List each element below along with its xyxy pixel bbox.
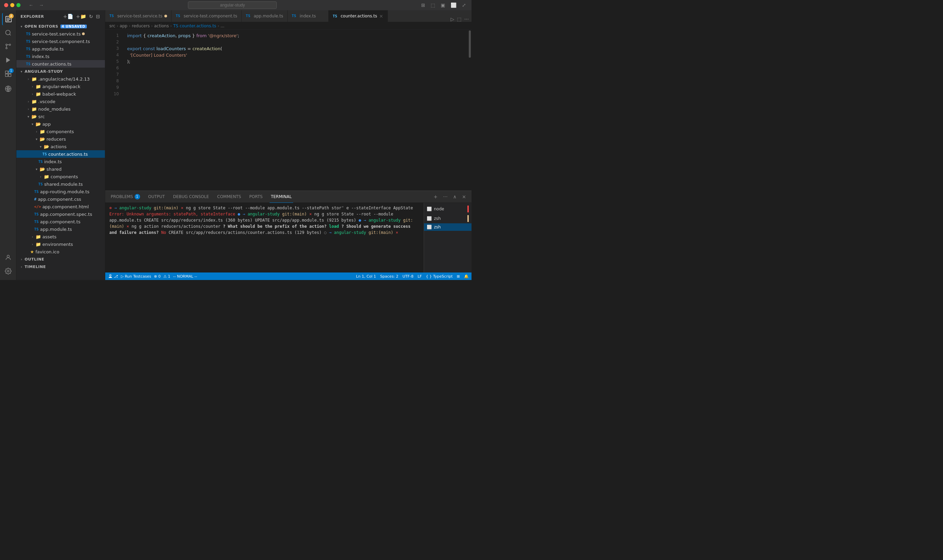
debug-activity-icon[interactable] — [2, 54, 14, 66]
tree-counter-actions[interactable]: TS counter.actions.ts — [16, 150, 105, 158]
new-folder-icon[interactable]: +📁 — [76, 13, 87, 20]
tab-close-icon[interactable]: × — [379, 13, 383, 19]
breadcrumb-app[interactable]: app — [120, 23, 128, 28]
remote-explorer-status[interactable]: ⊞ — [457, 274, 460, 278]
tree-app[interactable]: ▾ 📂 app — [16, 120, 105, 128]
tree-babel-webpack[interactable]: › 📁 babel-webpack — [16, 90, 105, 98]
open-editor-counter-actions[interactable]: TS counter.actions.ts — [16, 60, 105, 68]
refresh-icon[interactable]: ↻ — [88, 13, 94, 20]
tab-counter-actions[interactable]: TS counter.actions.ts × — [329, 10, 388, 22]
tree-app-component-ts[interactable]: TS app.component.ts — [16, 218, 105, 225]
tree-src[interactable]: ▾ 📂 src — [16, 113, 105, 120]
tree-app-routing[interactable]: TS app-routing.module.ts — [16, 188, 105, 195]
tree-assets[interactable]: › 📁 assets — [16, 233, 105, 240]
maximize-button[interactable] — [16, 3, 20, 7]
accounts-activity-icon[interactable] — [2, 251, 14, 264]
collapse-all-icon[interactable]: ⊟ — [96, 13, 101, 20]
terminal-more-icon[interactable]: ··· — [442, 193, 449, 200]
tab-index[interactable]: TS index.ts — [288, 10, 329, 22]
layout-icon[interactable]: ⬚ — [430, 2, 437, 9]
project-header[interactable]: ▾ ANGULAR-STUDY — [16, 68, 105, 75]
settings-activity-icon[interactable] — [2, 265, 14, 277]
explorer-activity-icon[interactable]: 4 — [2, 13, 14, 25]
panel-toggle-icon[interactable]: ⬜ — [449, 2, 458, 9]
search-input[interactable] — [188, 2, 277, 9]
open-editor-service-test-component[interactable]: TS service-test.component.ts — [16, 38, 105, 45]
errors-status[interactable]: ⊗ 0 — [154, 274, 160, 278]
ports-tab[interactable]: PORTS — [248, 191, 264, 203]
tree-actions[interactable]: ▾ 📂 actions — [16, 143, 105, 150]
tree-app-html[interactable]: </> app.component.html — [16, 203, 105, 210]
timeline-header[interactable]: › TIMELINE — [16, 263, 105, 271]
spaces-status[interactable]: Spaces: 2 — [380, 274, 398, 278]
line-ending-status[interactable]: LF — [418, 274, 422, 278]
remote-activity-icon[interactable] — [2, 83, 14, 95]
tree-angular-cache[interactable]: › 📁 .angular/cache/14.2.13 — [16, 75, 105, 83]
source-control-activity-icon[interactable] — [2, 40, 14, 52]
breadcrumb-src[interactable]: src — [109, 23, 116, 28]
tree-shared-components[interactable]: › 📁 components — [16, 173, 105, 180]
open-editor-index[interactable]: TS index.ts — [16, 52, 105, 60]
maximize-panel-icon[interactable]: ∧ — [452, 193, 458, 200]
add-terminal-icon[interactable]: + — [432, 193, 439, 200]
close-panel-icon[interactable]: × — [461, 193, 467, 200]
debug-console-tab[interactable]: DEBUG CONSOLE — [171, 191, 210, 203]
split-editor-icon[interactable]: ⬚ — [457, 16, 461, 22]
tree-angular-webpack[interactable]: › 📁 angular-webpack — [16, 83, 105, 90]
cursor-position-status[interactable]: Ln 1, Col 1 — [356, 274, 376, 278]
fullscreen-icon[interactable]: ⤢ — [461, 2, 467, 9]
terminal-session-zsh-2[interactable]: ⬜ zsh — [424, 223, 471, 231]
language-status[interactable]: { } TypeScript — [426, 274, 453, 278]
tree-vscode[interactable]: › 📁 .vscode — [16, 98, 105, 105]
run-icon[interactable]: ▷ — [451, 16, 455, 22]
breadcrumb-reducers[interactable]: reducers — [132, 23, 149, 28]
encoding-status[interactable]: UTF-8 — [402, 274, 413, 278]
breadcrumb-file[interactable]: TS counter.actions.ts — [173, 23, 216, 28]
forward-button[interactable]: → — [38, 2, 45, 9]
minimize-button[interactable] — [10, 3, 14, 7]
terminal-output[interactable]: ⊗ → angular-study git:(main) × ng g stor… — [105, 203, 424, 272]
tree-favicon[interactable]: ★ favicon.ico — [16, 248, 105, 255]
run-testcases-button[interactable]: ▷ Run Testcases — [121, 274, 151, 278]
open-editor-app-module[interactable]: TS app.module.ts — [16, 45, 105, 52]
tab-service-test-service[interactable]: TS service-test.service.ts — [105, 10, 171, 22]
output-tab[interactable]: OUTPUT — [147, 191, 166, 203]
back-button[interactable]: ← — [27, 2, 35, 9]
breadcrumb-more[interactable]: ... — [220, 23, 224, 28]
tree-app-spec[interactable]: TS app.component.spec.ts — [16, 210, 105, 218]
extensions-manage-icon[interactable]: ⊞ — [420, 2, 427, 9]
terminal-session-node[interactable]: ⬜ node — [424, 204, 471, 214]
tree-shared[interactable]: ▾ 📂 shared — [16, 165, 105, 173]
breadcrumb-actions[interactable]: actions — [154, 23, 169, 28]
notifications-status[interactable]: 🔔 — [464, 274, 469, 278]
open-editors-header[interactable]: ▾ OPEN EDITORS 4 unsaved — [16, 23, 105, 30]
tab-service-test-component[interactable]: TS service-test.component.ts — [171, 10, 242, 22]
editor-scrollbar[interactable] — [468, 30, 471, 191]
problems-tab[interactable]: PROBLEMS 1 — [109, 191, 142, 203]
outline-header[interactable]: › OUTLINE — [16, 255, 105, 263]
open-editor-service-test-service[interactable]: TS service-test.service.ts — [16, 30, 105, 38]
search-activity-icon[interactable] — [2, 27, 14, 39]
close-button[interactable] — [4, 3, 8, 7]
scrollbar-thumb[interactable] — [469, 31, 471, 58]
tree-node-modules[interactable]: › 📁 node_modules — [16, 105, 105, 113]
warnings-status[interactable]: ⚠ 1 — [163, 274, 170, 278]
new-file-icon[interactable]: +📄 — [63, 13, 74, 20]
tree-components[interactable]: › 📁 components — [16, 128, 105, 135]
tree-app-module-ts[interactable]: TS app.module.ts — [16, 225, 105, 233]
tab-app-module[interactable]: TS app.module.ts — [242, 10, 287, 22]
terminal-session-zsh-1[interactable]: ⬜ zsh — [424, 214, 471, 223]
tree-reducers[interactable]: ▾ 📂 reducers — [16, 135, 105, 143]
tree-app-css[interactable]: # app.component.css — [16, 195, 105, 203]
tree-index-ts[interactable]: TS index.ts — [16, 158, 105, 165]
search-bar[interactable] — [48, 2, 417, 9]
sidebar-toggle-icon[interactable]: ▣ — [439, 2, 447, 9]
extensions-activity-icon[interactable]: 1 — [2, 68, 14, 80]
more-actions-icon[interactable]: ··· — [464, 16, 469, 22]
code-content[interactable]: import { createAction, props } from '@ng… — [122, 30, 468, 191]
remote-status-item[interactable]: ⎇ — [108, 274, 118, 278]
tree-shared-module[interactable]: TS shared.module.ts — [16, 180, 105, 188]
comments-tab[interactable]: COMMENTS — [216, 191, 243, 203]
tree-environments[interactable]: › 📁 environments — [16, 240, 105, 248]
terminal-tab[interactable]: TERMINAL — [270, 191, 293, 203]
